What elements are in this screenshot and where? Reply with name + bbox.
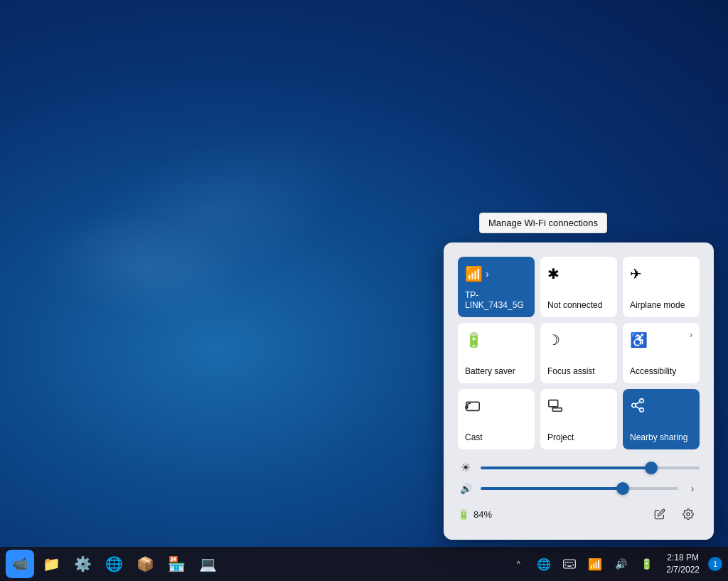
taskbar-app-4[interactable]: 📦 bbox=[131, 550, 159, 578]
clock-date: 2/7/2022 bbox=[666, 564, 700, 576]
focus-assist-icon: ☽ bbox=[547, 331, 560, 348]
volume-slider[interactable] bbox=[481, 487, 678, 490]
tile-focus-assist[interactable]: ☽ Focus assist bbox=[540, 323, 617, 383]
volume-slider-row: 🔊 › bbox=[458, 483, 700, 494]
taskbar-app-store[interactable]: 🏪 bbox=[162, 550, 191, 578]
taskbar-app-dell[interactable]: 💻 bbox=[193, 550, 222, 578]
accessibility-label: Accessibility bbox=[630, 366, 676, 376]
taskbar-app-file-explorer[interactable]: 📁 bbox=[37, 550, 65, 578]
battery-icon: 🔋 bbox=[458, 509, 469, 520]
wifi-expand-arrow[interactable]: › bbox=[486, 268, 489, 279]
svg-rect-2 bbox=[552, 408, 562, 412]
battery-info: 🔋 84% bbox=[458, 509, 492, 520]
airplane-label: Airplane mode bbox=[630, 300, 685, 310]
notification-badge[interactable]: 1 bbox=[708, 557, 722, 571]
svg-rect-1 bbox=[549, 400, 558, 407]
taskbar-app-edge[interactable]: 🌐 bbox=[100, 550, 128, 578]
svg-point-5 bbox=[632, 403, 636, 407]
tray-volume-icon[interactable]: 🔊 bbox=[609, 550, 632, 578]
taskbar-app-settings[interactable]: ⚙️ bbox=[68, 550, 97, 578]
brightness-slider-row: ☀ bbox=[458, 461, 700, 474]
settings-button[interactable] bbox=[677, 503, 700, 526]
tile-battery-saver[interactable]: 🔋 Battery saver bbox=[458, 323, 535, 383]
quick-settings-panel: Manage Wi-Fi connections 📶 › TP-LINK_743… bbox=[444, 242, 714, 540]
airplane-icon: ✈ bbox=[630, 265, 642, 282]
svg-line-8 bbox=[636, 402, 640, 405]
wifi-icon-row: 📶 › bbox=[465, 265, 489, 282]
tile-bluetooth[interactable]: ✱ Not connected bbox=[540, 257, 617, 317]
taskbar-app-zoom[interactable]: 📹 bbox=[6, 550, 34, 578]
volume-icon: 🔊 bbox=[458, 483, 473, 494]
svg-point-4 bbox=[640, 399, 644, 403]
clock-time: 2:18 PM bbox=[667, 552, 699, 564]
tile-accessibility[interactable]: ♿ › Accessibility bbox=[623, 323, 700, 383]
volume-expand-arrow[interactable]: › bbox=[685, 483, 700, 494]
wifi-icon: 📶 bbox=[465, 265, 483, 282]
taskbar-apps: 📹 📁 ⚙️ 🌐 📦 🏪 💻 bbox=[6, 550, 222, 578]
cast-label: Cast bbox=[465, 432, 483, 442]
tray-battery-icon[interactable]: 🔋 bbox=[635, 550, 658, 578]
battery-saver-icon: 🔋 bbox=[465, 331, 483, 348]
panel-actions bbox=[648, 503, 700, 526]
svg-line-7 bbox=[636, 406, 640, 409]
battery-saver-label: Battery saver bbox=[465, 366, 515, 376]
bluetooth-icon: ✱ bbox=[547, 265, 560, 282]
accessibility-expand[interactable]: › bbox=[690, 330, 692, 340]
clock[interactable]: 2:18 PM 2/7/2022 bbox=[660, 547, 705, 581]
tile-cast[interactable]: Cast bbox=[458, 389, 535, 449]
brightness-thumb bbox=[645, 462, 658, 474]
wifi-tooltip: Manage Wi-Fi connections bbox=[479, 213, 607, 233]
desktop: Manage Wi-Fi connections 📶 › TP-LINK_743… bbox=[0, 0, 728, 581]
taskbar: 📹 📁 ⚙️ 🌐 📦 🏪 💻 ^ bbox=[0, 547, 728, 581]
notification-count: 1 bbox=[713, 560, 717, 568]
focus-assist-label: Focus assist bbox=[547, 366, 595, 376]
nearby-sharing-label: Nearby sharing bbox=[630, 432, 687, 442]
volume-thumb bbox=[616, 482, 629, 495]
tray-chevron-up[interactable]: ^ bbox=[507, 550, 530, 578]
tray-wifi-icon[interactable]: 📶 bbox=[584, 550, 606, 578]
taskbar-right: ^ 🌐 📶 bbox=[507, 547, 722, 581]
volume-fill bbox=[481, 487, 623, 490]
tray-edge-icon[interactable]: 🌐 bbox=[532, 550, 555, 578]
nearby-sharing-icon bbox=[630, 398, 646, 417]
edit-button[interactable] bbox=[648, 503, 671, 526]
brightness-slider[interactable] bbox=[481, 467, 700, 469]
bluetooth-label: Not connected bbox=[547, 300, 602, 310]
svg-point-9 bbox=[687, 513, 690, 516]
tile-wifi[interactable]: 📶 › TP-LINK_7434_5G bbox=[458, 257, 535, 317]
cast-icon bbox=[465, 398, 481, 417]
brightness-fill bbox=[481, 467, 651, 469]
project-icon bbox=[547, 398, 563, 417]
battery-percent: 84% bbox=[473, 509, 492, 520]
svg-point-6 bbox=[640, 408, 644, 412]
panel-bottom: 🔋 84% bbox=[458, 503, 700, 526]
tile-nearby-sharing[interactable]: Nearby sharing bbox=[623, 389, 700, 449]
quick-tiles-grid: 📶 › TP-LINK_7434_5G ✱ Not connected ✈ Ai… bbox=[458, 257, 700, 449]
svg-rect-10 bbox=[564, 560, 576, 568]
wifi-label: TP-LINK_7434_5G bbox=[465, 290, 528, 310]
tile-project[interactable]: Project bbox=[540, 389, 617, 449]
project-label: Project bbox=[547, 432, 574, 442]
tile-airplane[interactable]: ✈ Airplane mode bbox=[623, 257, 700, 317]
accessibility-icon: ♿ bbox=[630, 331, 648, 348]
tray-keyboard-icon[interactable] bbox=[558, 550, 581, 578]
brightness-icon: ☀ bbox=[458, 461, 473, 474]
